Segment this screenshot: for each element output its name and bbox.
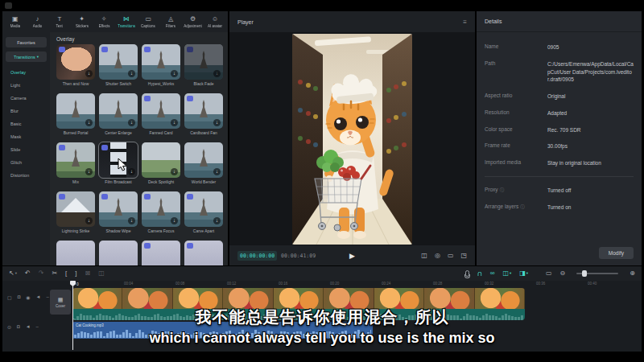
modify-button[interactable]: Modify	[599, 247, 634, 259]
zoom-in-button[interactable]: ⊕	[630, 269, 635, 278]
toolbar-tab-effects[interactable]: ✧Effects	[93, 15, 115, 28]
transition-thumbnail: ↓	[142, 93, 180, 129]
sidebar-item-overlay[interactable]: Overlay	[6, 66, 47, 79]
details-row-proxy: ProxyⓘTurned off	[485, 187, 634, 195]
vip-badge-icon	[59, 145, 65, 150]
focus-icon[interactable]: ◎	[435, 252, 440, 259]
transition-label: Mix	[56, 179, 95, 184]
preview-axis-button[interactable]: ▭	[546, 269, 552, 278]
toolbar-tab-captions[interactable]: ▭Captions	[138, 15, 160, 28]
transition-card-world-bender[interactable]: ↓World Bender	[184, 142, 223, 184]
player-menu-icon[interactable]: ≡	[463, 19, 467, 26]
toolbar-tab-audio[interactable]: ♪Audio	[27, 15, 49, 28]
transition-card-black-fade[interactable]: ↓Black Fade	[184, 44, 223, 86]
sidebar-item-glitch[interactable]: Glitch	[6, 156, 47, 169]
sidebar-button-favorites[interactable]: Favorites	[6, 37, 47, 47]
snap-toggle[interactable]: U	[477, 269, 482, 278]
transition-card-partial[interactable]	[184, 241, 223, 265]
toolbar-tab-text[interactable]: TText	[48, 15, 71, 28]
toolbar-tab-transitions[interactable]: ⋈Transitions	[115, 15, 138, 28]
transition-label: Then and Now	[56, 81, 95, 86]
transition-card-center-enlarge[interactable]: ↓Center Enlarge	[99, 93, 138, 135]
sidebar-item-camera[interactable]: Camera	[6, 92, 47, 105]
transition-card-deck-spotlight[interactable]: ↓Deck Spotlight	[142, 142, 180, 184]
lighthouse-shape	[200, 100, 208, 117]
toolbar-tab-label: Audio	[33, 23, 43, 27]
transition-card-lightning-strike[interactable]: ↓Lightning Strike	[56, 191, 95, 233]
mute-track-icon[interactable]: ◄	[36, 294, 41, 300]
toolbar-tab-adjustment[interactable]: ⚙Adjustment	[182, 15, 204, 28]
transition-card-camera-focus[interactable]: ↓Camera Focus	[142, 191, 180, 233]
toolbar-tab-ai-avatar[interactable]: ☺AI avatar	[204, 15, 226, 28]
transition-card-partial[interactable]	[99, 241, 138, 265]
timeline-zoom-slider[interactable]	[576, 273, 618, 274]
transition-card-carve-apart[interactable]: ↓Carve Apart	[184, 191, 223, 233]
transition-card-partial[interactable]	[142, 241, 180, 265]
transition-card-cardboard-fan[interactable]: ↓Cardboard Fan	[184, 93, 223, 135]
transition-thumbnail: ↓	[56, 44, 95, 80]
link-toggle[interactable]: ∞	[490, 269, 495, 278]
transition-card-hypest-works[interactable]: ↓Hypest_Works	[142, 44, 180, 86]
sidebar-item-basic[interactable]: Basic	[6, 117, 47, 130]
subtitle-english: which i cannot always tell you to use is…	[0, 330, 644, 347]
timeline-toolbar: ↖▾↶↷✂[]⊠◫ U∞◫▾◨▾▭⊖⊕	[2, 266, 642, 281]
transition-card-fanned-card[interactable]: ↓Fanned Card	[142, 93, 180, 135]
fullscreen-icon[interactable]: ◳	[460, 252, 467, 259]
stickers-icon: ✦	[79, 15, 85, 23]
sidebar-button-transitions[interactable]: Transitions▾	[6, 51, 47, 62]
undo-button[interactable]: ↶	[25, 269, 31, 278]
toolbar-tab-filters[interactable]: ◬Filters	[159, 15, 182, 28]
play-button[interactable]: ▶	[349, 252, 355, 260]
split-button[interactable]: ✂	[52, 269, 57, 278]
transition-card-shutter-switch[interactable]: ↓Shutter Switch	[99, 44, 138, 86]
ruler-tick: 00:08	[175, 282, 184, 286]
download-icon: ↓	[128, 119, 135, 126]
sidebar-item-blur[interactable]: Blur	[6, 105, 47, 117]
trim-left-button[interactable]: [	[65, 269, 67, 278]
vip-badge-icon	[144, 96, 151, 101]
toolbar-tab-stickers[interactable]: ✦Stickers	[71, 15, 93, 28]
sidebar-item-light[interactable]: Light	[6, 79, 47, 92]
download-icon: ↓	[128, 217, 135, 224]
sidebar-item-mask[interactable]: Mask	[6, 130, 47, 143]
ratio-icon[interactable]: ▭	[448, 252, 454, 259]
transition-card-then-and-now[interactable]: ↓Then and Now	[56, 44, 95, 86]
details-value: 30.00fps	[547, 142, 634, 150]
record-voiceover-button[interactable]	[465, 270, 469, 277]
media-type-toolbar: ▣Media♪AudioTText✦Stickers✧Effects⋈Trans…	[2, 11, 228, 32]
select-tool-button[interactable]: ↖▾	[9, 269, 17, 278]
zoom-out-button[interactable]: ⊖	[560, 269, 566, 278]
transition-thumbnail: ↓	[184, 191, 223, 227]
split-preview-icon[interactable]: ◫	[421, 252, 427, 259]
redo-button[interactable]: ↷	[39, 269, 44, 278]
transition-card-shadow-wipe[interactable]: ↓Shadow Wipe	[99, 191, 138, 233]
sidebar-item-distortion[interactable]: Distortion	[6, 169, 47, 182]
transition-card-burned-portal[interactable]: ↓Burned Portal	[56, 93, 95, 135]
download-icon: ↓	[213, 70, 221, 77]
transition-card-mix[interactable]: ↓Mix	[56, 142, 95, 184]
trim-right-button[interactable]: ]	[75, 269, 76, 278]
auto-attach-toggle[interactable]: ◫▾	[502, 269, 511, 278]
transition-thumbnail	[184, 241, 223, 265]
slider-handle[interactable]	[582, 270, 587, 277]
player-panel: Player ≡	[229, 11, 475, 265]
details-row-frame-rate: Frame rate30.00fps	[485, 142, 634, 150]
lighthouse-shape	[114, 100, 122, 117]
lock-track-icon[interactable]: ◘	[18, 294, 21, 300]
transition-label: Center Enlarge	[99, 130, 138, 135]
toolbar-tab-media[interactable]: ▣Media	[4, 15, 27, 28]
hide-track-icon[interactable]: ◉	[26, 294, 30, 300]
sidebar-item-slide[interactable]: Slide	[6, 143, 47, 156]
track-options-icon[interactable]: ▢	[7, 294, 12, 300]
microphone-icon	[465, 270, 469, 277]
collapse-track-icon[interactable]: –	[47, 294, 49, 300]
download-icon: ↓	[171, 119, 178, 126]
transition-label: World Bender	[184, 179, 223, 184]
crop-button[interactable]: ◫	[98, 269, 105, 278]
transition-label: Black Fade	[184, 81, 223, 86]
delete-button[interactable]: ⊠	[85, 269, 91, 278]
transition-card-partial[interactable]	[56, 241, 95, 265]
preview-mode-toggle[interactable]: ◨▾	[519, 269, 528, 278]
lighthouse-shape	[157, 51, 165, 68]
lighthouse-shape	[200, 149, 208, 167]
